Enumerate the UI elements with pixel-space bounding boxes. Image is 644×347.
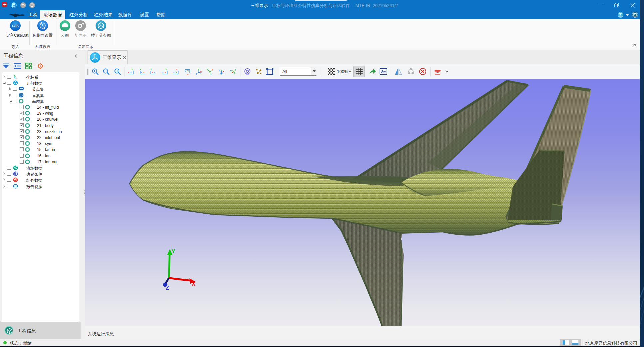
svg-text:Y: Y [234,68,236,71]
svg-text:z: z [218,69,220,72]
svg-text:Y: Y [165,68,167,71]
svg-text:x: x [143,71,145,74]
svg-text:x: x [187,73,189,75]
svg-text:x: x [200,70,202,73]
svg-text:Y: Y [175,71,177,74]
svg-text:Y: Y [187,70,189,73]
svg-text:z: z [154,71,155,74]
svg-text:x: x [16,77,18,79]
svg-text:z: z [162,71,163,74]
svg-text:z: z [130,71,132,74]
svg-text:x: x [128,71,129,74]
svg-text:x: x [176,68,178,71]
svg-text:Y: Y [150,68,152,71]
svg-text:x: x [223,70,224,73]
svg-text:z: z [173,71,174,74]
svg-text:z: z [210,73,212,75]
svg-text:z: z [15,77,16,79]
svg-text:z: z [185,70,186,73]
svg-text:Z: Z [166,285,169,291]
svg-text:Y: Y [140,68,142,71]
svg-text:x: x [232,71,233,74]
svg-text:X: X [192,281,195,287]
svg-text:x: x [212,68,213,71]
svg-text:z: z [230,69,231,72]
svg-text:x: x [152,71,153,74]
svg-text:Y: Y [207,68,209,71]
svg-text:z: z [196,73,197,75]
svg-text:x: x [164,71,166,74]
svg-text:Y: Y [171,248,175,255]
svg-text:Y: Y [198,68,200,71]
svg-text:Y: Y [131,68,133,71]
svg-text:z: z [141,71,142,74]
